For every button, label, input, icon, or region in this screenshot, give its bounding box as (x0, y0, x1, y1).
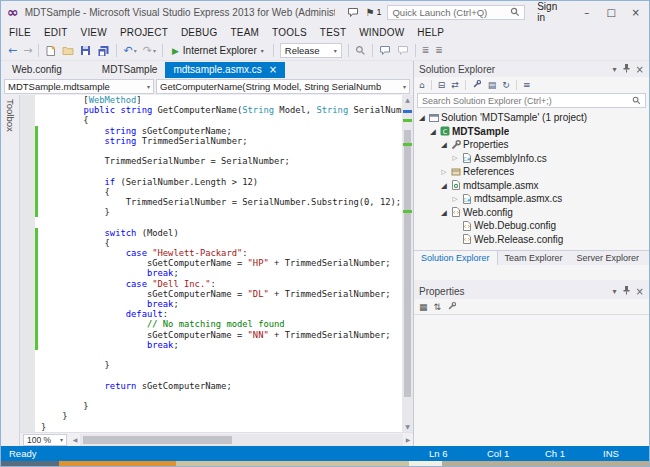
breakpoint-margin[interactable] (20, 177, 35, 187)
tab-team-explorer[interactable]: Team Explorer (498, 251, 570, 265)
breakpoint-margin[interactable] (20, 381, 35, 391)
code-line[interactable]: sGetComputerName = "DL" + TrimmedSerialN… (20, 289, 402, 299)
breakpoint-margin[interactable] (20, 207, 35, 217)
breakpoint-margin[interactable] (20, 299, 35, 309)
breakpoint-margin[interactable] (20, 370, 35, 380)
open-file-icon[interactable] (62, 45, 74, 56)
breakpoint-margin[interactable] (20, 309, 35, 319)
members-dropdown[interactable]: GetComputerName(String Model, String Ser… (156, 79, 410, 94)
breakpoint-margin[interactable] (20, 422, 35, 432)
code-line[interactable] (20, 217, 402, 227)
collapse-icon[interactable]: ◢ (439, 140, 449, 149)
undo-icon[interactable]: ↶▾ (123, 45, 136, 56)
breakpoint-margin[interactable] (20, 146, 35, 156)
scroll-right-icon[interactable]: ▶ (403, 436, 413, 443)
quick-launch-input[interactable]: Quick Launch (Ctrl+Q) (387, 5, 525, 20)
tab-mdtsample-asmx-cs[interactable]: mdtsample.asmx.cs × (165, 62, 285, 78)
vertical-scroll-track[interactable] (402, 105, 413, 422)
expand-icon[interactable]: ▷ (450, 154, 460, 162)
breakpoint-margin[interactable] (20, 411, 35, 421)
minimize-button[interactable]: – (577, 7, 596, 18)
scroll-down-icon[interactable]: ▼ (402, 422, 413, 432)
notifications-flag-icon[interactable]: ⚑ 1 (365, 7, 381, 18)
code-line[interactable]: { (20, 115, 402, 125)
redo-icon[interactable]: ↷▾ (143, 45, 156, 56)
breakpoint-margin[interactable] (20, 217, 35, 227)
property-pages-icon[interactable] (447, 301, 457, 313)
code-line[interactable] (20, 370, 402, 380)
breakpoint-margin[interactable] (20, 136, 35, 146)
code-line[interactable]: string sGetComputerName; (20, 126, 402, 136)
code-line[interactable]: } (20, 411, 402, 421)
menu-item-test[interactable]: TEST (320, 27, 346, 38)
breakpoint-margin[interactable] (20, 258, 35, 268)
tab-mdtsample[interactable]: MDTSample (94, 62, 166, 78)
code-line[interactable] (20, 391, 402, 401)
menu-item-window[interactable]: WINDOW (359, 27, 404, 38)
editor-horizontal-scrollbar[interactable]: ◀ ▶ (70, 434, 413, 446)
refresh-icon[interactable]: ↻ (502, 80, 510, 90)
breakpoint-margin[interactable] (20, 360, 35, 370)
breakpoint-margin[interactable] (20, 401, 35, 411)
code-line[interactable]: TrimmedSerialNumber = SerialNumber; (20, 156, 402, 166)
code-line[interactable]: break; (20, 340, 402, 350)
tree-item[interactable]: ◢Web.config (414, 206, 649, 220)
decrease-indent-icon[interactable]: ≣ (422, 45, 430, 56)
chevron-down-icon[interactable]: ▾ (613, 65, 617, 74)
breakpoint-margin[interactable] (20, 166, 35, 176)
tree-item[interactable]: Web.Release.config (414, 233, 649, 247)
code-line[interactable]: sGetComputerName = "HP" + TrimmedSerialN… (20, 258, 402, 268)
vertical-scroll-thumb[interactable] (404, 130, 411, 396)
save-all-icon[interactable] (97, 45, 110, 57)
breakpoint-margin[interactable] (20, 279, 35, 289)
solution-search-input[interactable]: Search Solution Explorer (Ctrl+;) (417, 93, 646, 108)
uncomment-icon[interactable] (397, 45, 409, 56)
code-line[interactable]: switch (Model) (20, 228, 402, 238)
tree-item[interactable]: ◢CMDTSample (414, 125, 649, 139)
tree-item[interactable]: ◢Solution 'MDTSample' (1 project) (414, 111, 649, 125)
code-line[interactable] (20, 146, 402, 156)
breakpoint-margin[interactable] (20, 95, 35, 105)
close-tab-icon[interactable]: × (269, 65, 277, 75)
properties-grid[interactable] (414, 315, 649, 446)
categorized-icon[interactable]: ▦ (419, 302, 428, 312)
tree-item[interactable]: Web.Debug.config (414, 219, 649, 233)
code-line[interactable]: TrimmedSerialNumber = SerialNumber.Subst… (20, 197, 402, 207)
scroll-left-icon[interactable]: ◀ (70, 436, 80, 443)
collapse-icon[interactable]: ◢ (439, 208, 449, 217)
start-debug-button[interactable]: ▶ Internet Explorer ▾ (169, 45, 267, 56)
collapse-icon[interactable]: ◢ (428, 127, 438, 136)
code-line[interactable]: } (20, 422, 402, 432)
sign-in-button[interactable]: Sign in (531, 1, 571, 23)
code-line[interactable]: } (20, 360, 402, 370)
properties-icon[interactable] (472, 79, 482, 91)
navigate-back-icon[interactable]: ← (8, 45, 17, 56)
types-dropdown[interactable]: MDTSample.mdtsample ▾ (4, 79, 154, 94)
home-icon[interactable]: ⌂ (419, 80, 425, 90)
code-line[interactable]: case "Dell Inc.": (20, 279, 402, 289)
tree-item[interactable]: ▷References (414, 165, 649, 179)
code-line[interactable]: { (20, 187, 402, 197)
close-icon[interactable]: × (636, 64, 644, 75)
code-line[interactable]: break; (20, 299, 402, 309)
code-editor[interactable]: [WebMethod] public string GetComputerNam… (20, 95, 402, 432)
breakpoint-margin[interactable] (20, 197, 35, 207)
code-line[interactable]: [WebMethod] (20, 95, 402, 105)
pin-icon[interactable] (622, 285, 631, 297)
tree-item[interactable]: ◢mdtsample.asmx (414, 179, 649, 193)
menu-item-team[interactable]: TEAM (231, 27, 260, 38)
code-line[interactable]: public string GetComputerName(String Mod… (20, 105, 402, 115)
view-code-icon[interactable]: ≡ (523, 80, 531, 90)
toolbox-tab[interactable]: Toolbox (1, 95, 20, 446)
breakpoint-margin[interactable] (20, 248, 35, 258)
code-line[interactable]: break; (20, 268, 402, 278)
breakpoint-margin[interactable] (20, 268, 35, 278)
horizontal-scroll-thumb[interactable] (83, 436, 232, 444)
close-icon[interactable]: × (636, 286, 644, 297)
collapse-icon[interactable]: ◢ (417, 113, 427, 122)
menu-item-edit[interactable]: EDIT (44, 27, 68, 38)
code-line[interactable]: if (SerialNumber.Length > 12) (20, 177, 402, 187)
code-line[interactable] (20, 350, 402, 360)
breakpoint-margin[interactable] (20, 319, 35, 329)
expand-icon[interactable]: ▷ (439, 168, 449, 176)
